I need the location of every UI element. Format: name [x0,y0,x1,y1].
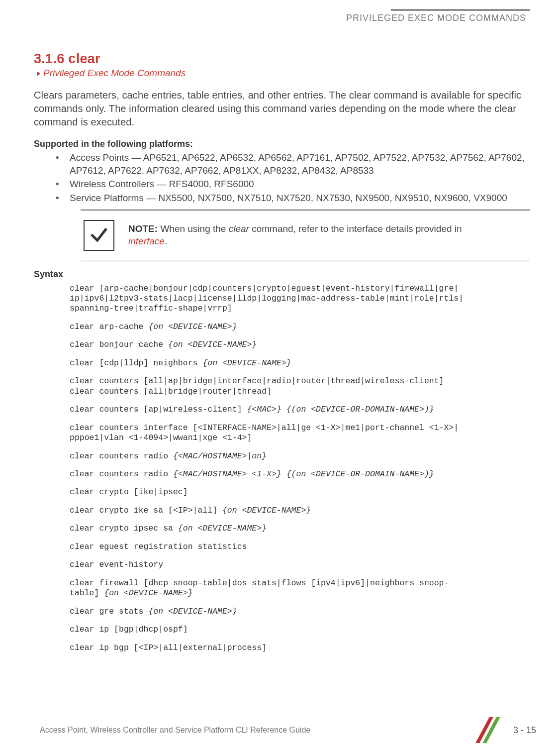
list-item: Wireless Controllers — RFS4000, RFS6000 [50,178,530,191]
list-item: Access Points — AP6521, AP6522, AP6532, … [50,151,530,177]
code-line: clear arp-cache {on <DEVICE-NAME>} [70,322,530,332]
code-line: clear counters radio {<MAC/HOSTNAME> <1-… [70,469,530,479]
code-line: clear ip bgp [<IP>|all|external|process] [70,643,530,653]
syntax-heading: Syntax [34,269,530,280]
intro-paragraph: Clears parameters, cache entries, table … [34,89,530,129]
code-line: clear counters radio {<MAC/HOSTNAME>|on} [70,451,530,461]
breadcrumb-text: Privileged Exec Mode Commands [43,68,186,78]
page-footer: Access Point, Wireless Controller and Se… [40,720,536,740]
header-accent-bar [391,9,530,11]
note-prefix: When using the [158,223,229,234]
code-line: clear counters [all|ap|bridge|interface|… [70,376,530,397]
code-line: clear firewall [dhcp snoop-table|dos sta… [70,578,530,599]
arrow-right-icon [37,71,40,76]
code-line: clear crypto [ike|ipsec] [70,487,530,497]
note-suffix: . [165,236,167,246]
note-block: NOTE: When using the clear command, refe… [81,210,530,261]
breadcrumb: Privileged Exec Mode Commands [37,68,530,79]
code-line: clear crypto ipsec sa {on <DEVICE-NAME>} [70,524,530,534]
list-item: Service Platforms — NX5500, NX7500, NX75… [50,192,530,205]
footer-guide-title: Access Point, Wireless Controller and Se… [40,726,310,735]
supported-heading: Supported in the following platforms: [34,139,530,149]
note-command: clear [229,223,249,234]
code-line: clear gre stats {on <DEVICE-NAME>} [70,607,530,617]
section-title: 3.1.6 clear [34,51,530,67]
code-line: clear counters interface [<INTERFACE-NAM… [70,423,530,443]
code-line: clear [cdp|lldp] neighbors {on <DEVICE-N… [70,358,530,368]
note-link[interactable]: interface [128,236,165,246]
syntax-code-block: clear [arp-cache|bonjour|cdp|counters|cr… [70,284,530,653]
check-icon [84,220,114,251]
code-line: clear bonjour cache {on <DEVICE-NAME>} [70,340,530,350]
supported-list: Access Points — AP6521, AP6522, AP6532, … [50,151,530,205]
code-line: clear ip [bgp|dhcp|ospf] [70,625,530,635]
brand-slash-icon [471,720,506,740]
code-line: clear eguest registration statistics [70,542,530,552]
code-line: clear counters [ap|wireless-client] {<MA… [70,405,530,415]
running-header: PRIVILEGED EXEC MODE COMMANDS [40,13,530,23]
note-text: NOTE: When using the clear command, refe… [128,223,467,247]
code-line: clear crypto ike sa [<IP>|all] {on <DEVI… [70,506,530,516]
note-mid: command, refer to the interface details … [249,223,462,234]
page-number: 3 - 15 [513,725,536,736]
code-line: clear event-history [70,560,530,570]
note-label: NOTE: [128,223,158,234]
code-line: clear [arp-cache|bonjour|cdp|counters|cr… [70,284,530,314]
